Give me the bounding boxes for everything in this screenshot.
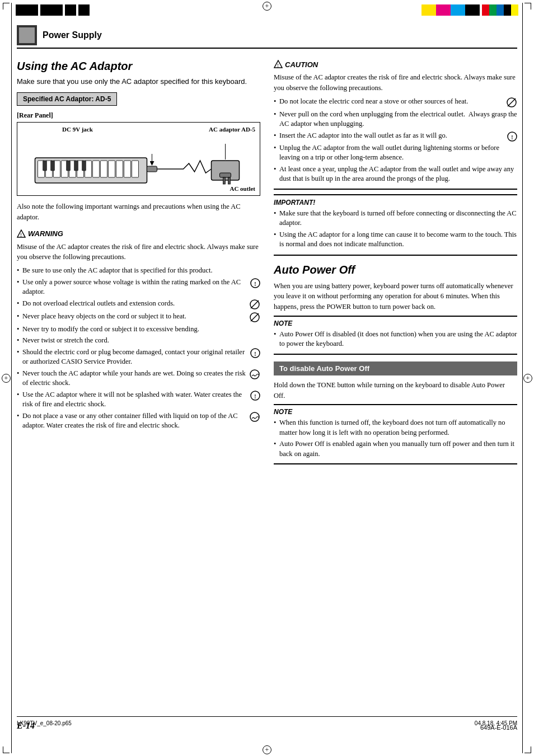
svg-text:!: ! (254, 393, 256, 399)
registration-circle-right (523, 374, 532, 383)
svg-text:!: ! (277, 63, 279, 68)
svg-rect-12 (124, 161, 131, 177)
exclaim-icon-2: ! (250, 348, 260, 358)
warning-bullet-4: Never place heavy objects on the cord or… (17, 312, 260, 323)
svg-line-33 (251, 313, 259, 321)
footer-left: LK90TV_e_08-20.p65 (17, 720, 72, 726)
warning-bullet-1: Be sure to use only the AC adaptor that … (17, 266, 260, 276)
auto-power-note-bullet: Auto Power Off is disabled (it does not … (274, 330, 517, 349)
important-box: IMPORTANT! Make sure that the keyboard i… (274, 194, 517, 256)
right-column: ! CAUTION Misuse of the AC adaptor creat… (274, 60, 517, 471)
svg-rect-19 (147, 166, 157, 172)
auto-power-off-title: Auto Power Off (274, 264, 517, 276)
slash-icon-1 (249, 299, 260, 310)
caution-bullet-1: Do not locate the electric cord near a s… (274, 97, 517, 108)
corner-mark-br-v (531, 746, 531, 753)
caution-header: ! CAUTION (274, 60, 517, 69)
slash-icon-caution-1 (506, 97, 517, 108)
svg-line-31 (251, 300, 259, 308)
svg-rect-17 (74, 161, 78, 171)
warning-title: WARNING (28, 229, 63, 238)
specified-ac-box: Specified AC Adaptor: AD-5 (17, 92, 117, 106)
svg-text:!: ! (511, 134, 513, 140)
svg-rect-9 (101, 161, 107, 177)
svg-line-43 (508, 98, 516, 106)
corner-mark-tl-v (3, 3, 3, 10)
svg-rect-14 (43, 161, 47, 171)
svg-rect-16 (67, 161, 71, 171)
keyboard-diagram-svg (22, 138, 255, 189)
exclaim-icon-caution: ! (507, 132, 517, 142)
warning-bullet-2: Use only a power source whose voltage is… (17, 278, 260, 297)
auto-power-note-section: NOTE Auto Power Off is disabled (it does… (274, 316, 517, 355)
corner-mark-bl-v (3, 746, 3, 753)
wave-icon-2 (249, 411, 260, 422)
reg-blocks-top (16, 4, 90, 16)
important-bullet-2: Using the AC adaptor for a long time can… (274, 230, 517, 250)
page-title: Power Supply (43, 30, 102, 40)
important-bullet-1: Make sure that the keyboard is turned of… (274, 209, 517, 228)
doc-ref: 649A-E-016A (480, 724, 517, 731)
auto-power-note2-bullet-1: When this function is turned off, the ke… (274, 418, 517, 438)
page-content: Power Supply Using the AC Adaptor Make s… (17, 25, 517, 731)
left-column: Using the AC Adaptor Make sure that you … (17, 60, 260, 471)
page-border-left (11, 3, 12, 753)
svg-rect-8 (93, 161, 100, 177)
corner-mark-bl (3, 753, 10, 753)
caution-bullet-5: At least once a year, unplug the AC adap… (274, 165, 517, 184)
warning-bullets-list: Be sure to use only the AC adaptor that … (17, 266, 260, 431)
two-column-layout: Using the AC Adaptor Make sure that you … (17, 60, 517, 471)
caution-bullets-list: Do not locate the electric cord near a s… (274, 97, 517, 184)
svg-rect-13 (132, 161, 139, 177)
warning-triangle-icon: ! (17, 229, 26, 238)
slash-icon-2 (249, 312, 260, 323)
svg-rect-15 (51, 161, 55, 171)
warning-bullet-7: Should the electric cord or plug become … (17, 348, 260, 367)
header-icon (17, 25, 37, 45)
ac-adaptor-label: AC adaptor AD-5 (209, 126, 255, 133)
ac-outlet-label: AC outlet (229, 185, 255, 192)
disable-auto-power-box: To disable Auto Power Off (274, 361, 517, 375)
corner-mark-tl (3, 3, 10, 3)
footer-divider (17, 716, 517, 717)
after-diagram-text: Also note the following important warnin… (17, 201, 260, 223)
warning-intro: Misuse of the AC adaptor creates the ris… (17, 242, 260, 263)
svg-rect-21 (220, 173, 231, 177)
svg-rect-22 (223, 177, 226, 184)
page-border-right (522, 3, 523, 753)
warning-bullet-3: Do not overload electrical outlets and e… (17, 299, 260, 310)
ac-adaptor-section-title: Using the AC Adaptor (17, 60, 260, 73)
diagram-area: DC 9V jack AC adaptor AD-5 (17, 122, 260, 196)
svg-rect-10 (109, 161, 115, 177)
color-bars (421, 4, 518, 16)
svg-text:!: ! (254, 280, 256, 287)
rear-panel-label: [Rear Panel] (17, 111, 260, 120)
warning-bullet-8: Never touch the AC adaptor while your ha… (17, 369, 260, 388)
caution-bullet-3: Insert the AC adaptor into the wall outl… (274, 131, 517, 142)
caution-triangle-icon: ! (274, 60, 283, 69)
warning-bullet-9: Use the AC adaptor where it will not be … (17, 390, 260, 410)
wave-icon-1 (249, 369, 260, 380)
auto-power-note2-bullet-2: Auto Power Off is enabled again when you… (274, 439, 517, 459)
caution-bullet-4: Unplug the AC adaptor from the wall outl… (274, 143, 517, 163)
dc-jack-label: DC 9V jack (62, 126, 93, 133)
footer-info: LK90TV_e_08-20.p65 04.8.18, 4:45 PM (17, 720, 517, 726)
svg-text:!: ! (20, 232, 22, 237)
svg-text:!: ! (254, 350, 256, 356)
exclaim-icon-3: ! (250, 391, 260, 401)
caution-title: CAUTION (285, 60, 318, 69)
caution-intro: Misuse of the AC adaptor creates the ris… (274, 72, 517, 93)
important-title: IMPORTANT! (274, 199, 517, 206)
note-title-1: NOTE (274, 320, 517, 327)
caution-bullet-2: Never pull on the cord when unplugging f… (274, 110, 517, 129)
caution-divider (274, 189, 517, 190)
page-header: Power Supply (17, 25, 517, 49)
registration-circle-left (2, 374, 11, 383)
registration-circle-top (263, 2, 271, 11)
ac-adaptor-intro: Make sure that you use only the AC adapt… (17, 77, 260, 86)
warning-bullet-6: Never twist or stretch the cord. (17, 336, 260, 346)
warning-header: ! WARNING (17, 229, 260, 238)
svg-rect-23 (228, 177, 231, 184)
svg-rect-18 (82, 161, 86, 171)
corner-mark-tr-v (531, 3, 531, 10)
